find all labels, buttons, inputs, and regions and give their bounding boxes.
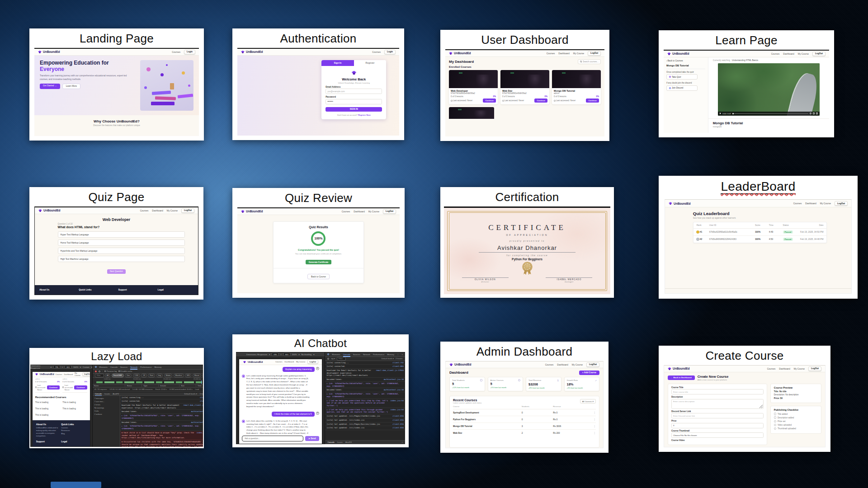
record-icon[interactable] [95,371,97,372]
column-status[interactable]: Status [125,385,142,387]
course-card[interactable]: Web Dev 67b07903d89f2e6fdbf36a2 0 of 0 l… [500,70,549,105]
nav-courses[interactable]: Courses [545,363,554,366]
console-source-link[interactable]: client:816 [392,423,404,426]
preserve-log-checkbox[interactable]: Preserve log [104,370,117,372]
devtools-tab-network-active[interactable]: Network [130,366,137,369]
video-progress-bar[interactable] [732,113,808,114]
drawer-tab-console[interactable]: Console [327,441,334,443]
viewport-height[interactable]: 663 [283,352,290,356]
network-filter[interactable]: Media [164,374,173,377]
back-to-course-button[interactable]: Back to Course [307,274,330,279]
nav-courses[interactable]: Courses [767,367,776,370]
console-source-link[interactable]: client:865 [392,365,404,368]
console-sidebar-item[interactable]: 2 errors [93,403,120,406]
console-sidebar-item[interactable]: 3 info [93,409,120,413]
quiz-option[interactable]: Hyper Text Markup Language [58,231,185,238]
console-levels-dropdown[interactable]: Default levels ▾ [382,357,394,360]
issues-badge[interactable]: 2 Issues: [396,357,403,360]
continue-button[interactable]: Continue [483,99,496,103]
nav-my-course[interactable]: My Course [573,52,584,55]
send-button[interactable]: ➤ Send [305,436,319,441]
course-title-input[interactable] [671,389,764,394]
console-source-link[interactable]: client:742 [392,361,404,364]
logout-button[interactable]: LogOut [181,208,194,213]
nav-my-course[interactable]: My Course [794,367,805,370]
devtools-tab[interactable]: Network [363,353,370,356]
footer-link[interactable]: Courses [61,427,86,429]
column-initiator[interactable]: Initiator [159,385,179,387]
devtools-tab-console-active[interactable]: Console [343,353,350,356]
nav-dashboard[interactable]: Dashboard [64,373,73,375]
row-menu-icon[interactable]: ⋮ [594,432,596,434]
register-now-link[interactable]: Register Now [358,114,370,116]
nav-my-course[interactable]: My Course [368,210,379,213]
devtools-tab[interactable]: Sources [353,353,360,356]
course-card[interactable]: Web Developer 67b07903d89f2e6fdbf36a2 0 … [449,70,498,105]
console-source-link[interactable]: client:742 [200,396,203,399]
leaderboard-row[interactable]: #2 67b5bd9f068f82329f424383 100% 4:50 Pa… [693,236,827,243]
nav-dashboard[interactable]: Dashboard [805,202,816,205]
discord-input[interactable] [671,413,764,418]
drawer-close-icon[interactable]: × [402,441,403,443]
devtools-close-icon[interactable]: × [401,353,403,356]
nav-my-course[interactable]: My Course [167,209,178,212]
continue-button[interactable]: Continue [534,99,547,103]
video-controls[interactable]: 0:00 / 0:07 [718,112,819,116]
console-source-link[interactable]: authContext.jsx:18 [191,421,203,424]
devtools-tab[interactable]: Sources [120,366,127,369]
footer-link[interactable]: Resources [61,429,86,432]
footer-link[interactable]: Blog [61,432,86,435]
nav-my-course[interactable]: My Course [572,363,583,366]
console-sidebar-item[interactable]: No warnings [93,406,120,409]
dimensions-dropdown[interactable]: Dimensions: Responsive [30,365,49,369]
footer-column-title[interactable]: Quick Links [79,288,114,291]
console-sidebar-item[interactable]: 2 verbose [93,413,120,416]
context-dropdown[interactable]: top ▾ [331,357,335,360]
issues-badge[interactable]: 1 Issue: [200,393,203,395]
generate-certificate-button[interactable]: Generate Certificate [306,260,332,264]
console-source-link[interactable]: authContext.jsx:18 [384,389,404,391]
course-row[interactable]: Mongo DB Tutorial 3 Rs 3006 ⋮ [453,423,596,430]
console-source-link[interactable]: client:816 [392,427,404,429]
tab-sign-in[interactable]: Sign In [321,60,354,66]
continue-button[interactable]: Continue [47,385,60,389]
next-question-button[interactable]: Next Question [107,269,126,274]
devtools-tab[interactable]: Performance [140,366,151,369]
nav-courses[interactable]: Courses [793,202,802,205]
logout-button[interactable]: LogOut [307,360,318,364]
column-time[interactable]: Time [196,385,203,387]
continue-button[interactable]: Continue [586,99,599,103]
devtools-more-icon[interactable]: ⋮ [397,353,399,356]
network-filter-all[interactable]: All [105,374,110,377]
throttle-dropdown[interactable]: No throttling [302,353,312,356]
viewport-height[interactable]: 661 [65,365,71,369]
network-filter-xhr-active[interactable]: Fetch/XHR [112,374,124,377]
row-menu-icon[interactable]: ⋮ [594,411,596,414]
leaderboard-row[interactable]: #1 67b5be529f90a610c5b46a9c 100% 4:49 Pa… [693,229,827,236]
inspect-icon[interactable] [95,366,97,368]
zoom-dropdown[interactable]: 100% [73,366,78,368]
nav-my-course[interactable]: My Course [798,52,809,55]
console-sidebar-item[interactable]: 7 messages [93,397,120,400]
login-button[interactable]: Login [384,50,396,54]
drawer-tab-autofill[interactable]: AutoFill [113,393,119,395]
sign-in-button[interactable]: SIGN IN [326,107,382,112]
network-filter[interactable]: Img [156,374,163,377]
row-menu-icon[interactable]: ⋮ [594,425,596,427]
console-source-link[interactable]: index.jsx:54 [390,399,404,407]
drawer-tab-issues[interactable]: Issues [104,393,110,395]
logout-button[interactable]: LogOut [808,366,821,371]
drawer-tab-console[interactable]: Console [95,392,102,395]
column-size[interactable]: Size [179,385,196,387]
footer-legal-title[interactable]: Legal [61,440,86,443]
inspect-icon[interactable] [327,353,329,355]
nav-courses[interactable]: Courses [771,52,780,55]
course-card[interactable]: Mongo DB Tutorial admin 0 of 0 lessons0%… [552,70,601,105]
search-input[interactable]: Search courses... [578,59,601,64]
price-input[interactable] [671,423,764,428]
footer-about-title[interactable]: About Us [36,423,61,426]
throttle-dropdown[interactable]: Custom [83,366,89,368]
tab-register[interactable]: Register [354,60,387,66]
course-filter-select[interactable]: All Courses ▾ [580,399,596,404]
network-filter[interactable]: Manifest [174,374,184,377]
